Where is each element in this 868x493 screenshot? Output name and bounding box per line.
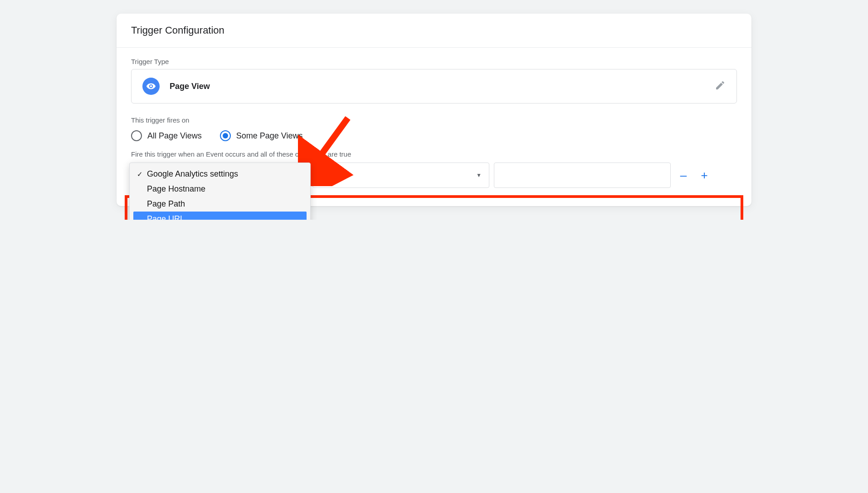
variable-dropdown[interactable]: ✓ Google Analytics settings Page Hostnam…: [129, 163, 311, 220]
dropdown-item-page-url[interactable]: Page URL: [133, 212, 307, 220]
edit-trigger-type-button[interactable]: [715, 80, 726, 93]
card-title: Trigger Configuration: [131, 25, 737, 36]
conditions-area: Fire this trigger when an Event occurs a…: [131, 150, 737, 188]
card-header: Trigger Configuration: [117, 14, 751, 48]
fires-on-radio-group: All Page Views Some Page Views: [131, 130, 737, 141]
dropdown-item-page-hostname[interactable]: Page Hostname: [130, 182, 310, 197]
add-condition-button[interactable]: +: [696, 168, 712, 182]
operator-select[interactable]: contains ▼: [312, 163, 489, 188]
radio-label: Some Page Views: [236, 131, 303, 141]
trigger-type-box[interactable]: Page View: [131, 69, 737, 104]
operator-select-value: contains: [320, 171, 349, 180]
radio-icon: [131, 130, 142, 141]
fires-on-label: This trigger fires on: [131, 116, 737, 124]
card-body: Trigger Type Page View This trigger fire…: [117, 48, 751, 206]
radio-all-page-views[interactable]: All Page Views: [131, 130, 202, 141]
check-icon: ✓: [136, 170, 143, 178]
condition-row: Google Analytics settings ▼ ✓ Google Ana…: [131, 163, 737, 188]
eye-icon: [142, 78, 160, 95]
trigger-type-label: Trigger Type: [131, 58, 737, 65]
radio-label: All Page Views: [147, 131, 202, 141]
conditions-label: Fire this trigger when an Event occurs a…: [131, 150, 737, 158]
radio-icon: [220, 130, 231, 141]
dropdown-item-page-path[interactable]: Page Path: [130, 197, 310, 212]
radio-some-page-views[interactable]: Some Page Views: [220, 130, 303, 141]
dropdown-item-ga-settings[interactable]: ✓ Google Analytics settings: [130, 167, 310, 182]
trigger-type-name: Page View: [170, 82, 210, 91]
remove-condition-button[interactable]: –: [675, 168, 692, 182]
chevron-down-icon: ▼: [476, 172, 482, 178]
condition-value-input[interactable]: [494, 163, 671, 188]
trigger-config-card: Trigger Configuration Trigger Type Page …: [117, 14, 751, 206]
